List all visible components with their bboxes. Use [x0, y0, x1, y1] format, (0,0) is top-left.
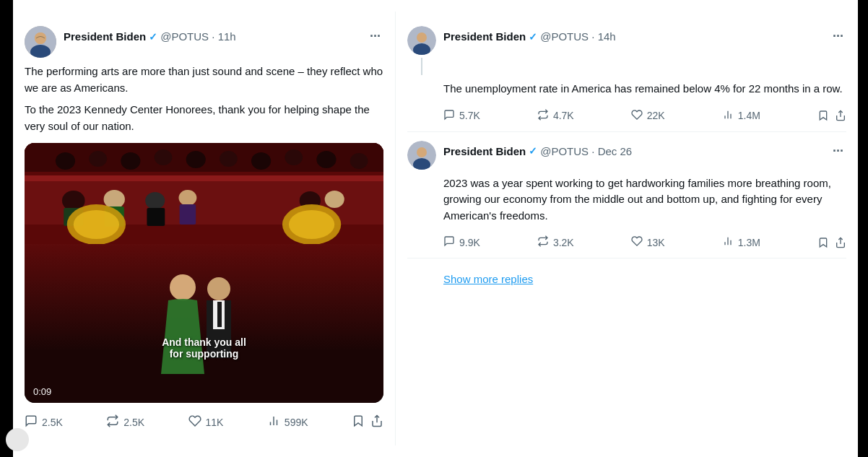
right-retweet-icon-1 — [537, 109, 549, 123]
right-share-icon-2 — [835, 237, 846, 248]
avatar — [25, 26, 56, 58]
svg-point-14 — [316, 151, 336, 168]
bookmark-action[interactable] — [352, 414, 365, 430]
right-tweet-2-header: President Biden ✓ @POTUS · Dec 26 ··· — [407, 141, 846, 170]
right-retweet-2[interactable]: 3.2K — [537, 235, 574, 249]
right-views-icon-2 — [722, 235, 734, 249]
tweet-text: The performing arts are more than just s… — [25, 64, 383, 134]
right-retweet-count-1: 4.7K — [553, 110, 574, 121]
right-tweet-column: President Biden ✓ @POTUS · 14h ··· The u — [396, 12, 858, 445]
tweet-actions: 2.5K 2.5K 11K — [25, 412, 383, 430]
show-more-replies-container: Show more replies — [407, 258, 846, 294]
right-bookmark-icon-1 — [817, 110, 829, 121]
svg-point-9 — [155, 149, 173, 165]
right-time-2: Dec 26 — [598, 145, 633, 157]
svg-rect-37 — [217, 302, 222, 327]
right-bookmark-2[interactable] — [817, 237, 829, 248]
right-reply-icon-2 — [443, 235, 455, 249]
right-avatar-1-image — [407, 26, 436, 55]
right-views-icon-1 — [722, 109, 734, 123]
right-reply-count-2: 9.9K — [459, 237, 480, 248]
right-handle-time-2: @POTUS · Dec 26 — [540, 145, 632, 157]
right-more-1[interactable]: ··· — [830, 26, 846, 47]
right-tweet-2: President Biden ✓ @POTUS · Dec 26 ··· 20 — [407, 132, 846, 259]
more-options-button[interactable]: ··· — [367, 26, 383, 47]
right-views-count-2: 1.3M — [738, 237, 760, 248]
right-more-2[interactable]: ··· — [830, 141, 846, 162]
svg-point-11 — [220, 151, 238, 167]
right-bookmark-1[interactable] — [817, 110, 829, 121]
svg-point-6 — [56, 152, 75, 170]
right-reply-count-1: 5.7K — [459, 110, 480, 121]
svg-rect-16 — [25, 175, 383, 181]
author-name: President Biden — [64, 30, 146, 43]
svg-point-50 — [417, 147, 427, 157]
right-avatar-1 — [407, 26, 436, 55]
right-like-icon-2 — [631, 235, 643, 249]
handle: @POTUS — [160, 30, 209, 43]
avatar-image — [25, 26, 56, 58]
right-share-2[interactable] — [835, 237, 846, 248]
share-action[interactable] — [370, 414, 383, 430]
svg-point-33 — [170, 274, 196, 300]
right-reply-2[interactable]: 9.9K — [443, 235, 480, 249]
svg-point-22 — [145, 192, 165, 209]
like-icon — [188, 414, 201, 430]
right-like-count-2: 13K — [647, 237, 665, 248]
user-line: President Biden ✓ @POTUS · 11h ··· — [64, 26, 383, 47]
like-count: 11K — [206, 417, 224, 428]
right-tweet-2-actions: 9.9K 3.2K 13K — [443, 232, 846, 249]
right-avatar-col-1 — [407, 26, 436, 75]
right-like-count-1: 22K — [647, 110, 665, 121]
svg-point-7 — [89, 151, 107, 167]
svg-point-15 — [350, 153, 368, 169]
svg-point-29 — [74, 210, 119, 239]
views-action[interactable]: 599K — [267, 414, 308, 430]
left-border — [0, 0, 13, 457]
svg-rect-25 — [180, 204, 196, 225]
svg-point-27 — [325, 191, 344, 208]
right-tweet-2-body: 2023 was a year spent working to get har… — [407, 175, 846, 250]
right-save-share-2 — [817, 237, 846, 248]
svg-point-12 — [251, 152, 271, 170]
retweet-action[interactable]: 2.5K — [106, 414, 144, 430]
right-tweet-2-text: 2023 was a year spent working to get har… — [443, 175, 846, 225]
right-verified-1: ✓ — [529, 31, 537, 43]
right-border — [858, 0, 868, 457]
right-retweet-1[interactable]: 4.7K — [537, 109, 574, 123]
reply-action[interactable]: 2.5K — [25, 414, 63, 430]
balcony-scene — [25, 143, 383, 244]
right-tweet-2-meta: President Biden ✓ @POTUS · Dec 26 ··· — [443, 141, 846, 162]
like-action[interactable]: 11K — [188, 414, 224, 430]
right-retweet-icon-2 — [537, 235, 549, 249]
retweet-icon — [106, 414, 119, 430]
right-avatar-col-2 — [407, 141, 436, 170]
svg-point-13 — [285, 149, 303, 165]
svg-point-24 — [178, 190, 196, 206]
right-like-2[interactable]: 13K — [631, 235, 665, 249]
right-tweet-1-actions: 5.7K 4.7K 22K — [443, 106, 846, 123]
svg-point-34 — [207, 277, 230, 300]
right-avatar-2-image — [407, 141, 436, 170]
avatar-col — [25, 26, 56, 58]
tweet-text-line2: To the 2023 Kennedy Center Honorees, tha… — [25, 102, 383, 134]
tweet-time: 11h — [218, 30, 236, 43]
right-like-1[interactable]: 22K — [631, 109, 665, 123]
right-share-1[interactable] — [835, 110, 846, 121]
tweet-meta: President Biden ✓ @POTUS · 11h ··· — [64, 26, 383, 47]
right-views-2[interactable]: 1.3M — [722, 235, 760, 249]
left-tweet-column: President Biden ✓ @POTUS · 11h ··· The — [13, 12, 396, 445]
right-time-1: 14h — [598, 30, 616, 43]
right-views-1[interactable]: 1.4M — [722, 109, 760, 123]
thread-line-1 — [421, 58, 422, 75]
tweet-video[interactable]: And thank you all for supporting 0:09 — [25, 143, 383, 403]
tweet-header: President Biden ✓ @POTUS · 11h ··· — [25, 26, 383, 58]
right-tweet-1-header: President Biden ✓ @POTUS · 14h ··· — [407, 26, 846, 75]
handle-time: @POTUS · 11h — [160, 30, 235, 43]
verified-badge: ✓ — [149, 31, 157, 43]
retweet-count: 2.5K — [123, 417, 144, 428]
right-views-count-1: 1.4M — [738, 110, 760, 121]
views-count: 599K — [285, 417, 308, 428]
show-more-replies-button[interactable]: Show more replies — [443, 264, 846, 294]
right-reply-1[interactable]: 5.7K — [443, 109, 480, 123]
